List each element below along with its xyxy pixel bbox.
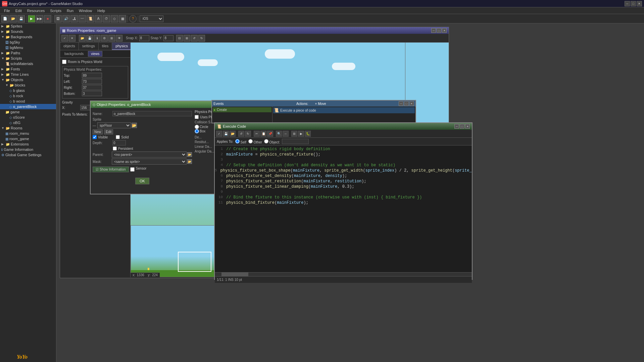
sound-button[interactable]: 🔊 (62, 15, 70, 22)
tab-tiles[interactable]: tiles (99, 43, 112, 50)
bottom-input[interactable] (82, 91, 102, 96)
tab-objects[interactable]: objects (60, 43, 79, 50)
menu-help[interactable]: Help (95, 8, 108, 13)
mask-select[interactable]: <same as sprite> (112, 159, 187, 165)
exec-run[interactable]: ▶ (298, 131, 304, 137)
tree-timelines[interactable]: ▶ 📁 Time Lines (0, 72, 56, 77)
sensor-checkbox[interactable] (130, 167, 135, 172)
exec-grid[interactable]: ⊞ (291, 131, 297, 137)
menu-file[interactable]: File (1, 8, 13, 13)
tree-objects[interactable]: ▼ 📂 Objects (0, 77, 56, 82)
tree-bgsky[interactable]: 🖼 bgSky (0, 40, 56, 45)
visible-checkbox[interactable] (93, 135, 97, 139)
menu-resources[interactable]: Resources (24, 8, 48, 13)
exec-redo[interactable]: ↻ (245, 131, 251, 137)
tree-scripts[interactable]: ▼ 📂 Scripts (0, 56, 56, 61)
tree-room-menu[interactable]: ▦ room_menu (0, 131, 56, 136)
save-button[interactable]: 💾 (17, 15, 25, 22)
tree-game[interactable]: 📁 game (0, 109, 56, 115)
parent-browse-btn[interactable]: 📂 (187, 152, 192, 157)
tree-blocks[interactable]: ▼ 📂 blocks (0, 82, 56, 88)
sprite-select[interactable]: sprFloor (97, 122, 131, 128)
room-button[interactable]: ▦ (119, 15, 126, 22)
help-button[interactable]: ? (129, 15, 137, 22)
menu-edit[interactable]: Edit (13, 8, 24, 13)
exec-replace[interactable]: ↔ (283, 131, 289, 137)
tree-paths[interactable]: ▶ 📁 Paths (0, 50, 56, 56)
menu-scripts[interactable]: Scripts (47, 8, 64, 13)
room-physics-checkbox[interactable] (62, 60, 66, 64)
tree-sounds[interactable]: ▶ 📁 Sounds (0, 29, 56, 34)
platform-select[interactable]: iOS Windows Android (140, 15, 163, 22)
exec-scrollbar[interactable] (215, 272, 472, 276)
circle-radio[interactable] (195, 125, 199, 129)
exec-check[interactable]: ✓ (216, 131, 222, 137)
script-button[interactable]: 📜 (87, 15, 94, 22)
tree-sprites[interactable]: ▶ 📁 Sprites (0, 23, 56, 29)
self-radio[interactable] (235, 139, 240, 143)
execute-action-item[interactable]: 📜 Execute a piece of code (273, 107, 415, 113)
tab-settings[interactable]: settings (79, 43, 99, 50)
other-radio[interactable] (248, 139, 253, 143)
room-info-btn[interactable]: ℹ (94, 35, 100, 42)
tree-brock[interactable]: ◇ b rock (0, 93, 56, 99)
exec-copy[interactable]: 📋 (260, 131, 266, 137)
tree-obg[interactable]: ◇ oBG (0, 120, 56, 125)
tree-global-game-settings[interactable]: ⚙ Global Game Settings (0, 152, 56, 158)
solid-checkbox[interactable] (116, 135, 120, 139)
tree-sclramaterials[interactable]: 📜 sclraMaterials (0, 61, 56, 66)
minimize-button[interactable]: ─ (625, 1, 630, 6)
create-event-item[interactable]: ● Create (213, 107, 271, 112)
mask-browse-btn[interactable]: 📂 (187, 159, 192, 164)
sprite-button[interactable]: 🖼 (54, 15, 62, 22)
exec-open[interactable]: 📂 (230, 131, 236, 137)
path-button[interactable]: 〰 (79, 15, 86, 22)
tree-oparentblock[interactable]: ◇ o_parentBlock (0, 104, 56, 109)
room-grid-snap[interactable]: ⊞ (184, 35, 190, 42)
events-close[interactable]: ✕ (409, 101, 414, 106)
subtab-backgrounds[interactable]: backgrounds (61, 51, 87, 57)
tree-rooms[interactable]: ▼ 📂 Rooms (0, 125, 56, 131)
exec-paste[interactable]: 📌 (267, 131, 273, 137)
events-max[interactable]: □ (404, 101, 409, 106)
room-settings-btn[interactable]: ⚙ (101, 35, 108, 42)
room-undo[interactable]: ↺ (191, 35, 198, 42)
close-button[interactable]: ✕ (637, 1, 642, 6)
tl-button[interactable]: ⏱ (103, 15, 110, 22)
box-radio[interactable] (195, 129, 199, 133)
room-grid-btn[interactable]: ⊞ (108, 35, 115, 42)
depth-input[interactable] (112, 140, 126, 145)
exec-min-btn[interactable]: ─ (454, 124, 459, 129)
room-close-btn[interactable]: ✕ (442, 28, 447, 33)
show-info-btn[interactable]: ☑ Show Information (93, 167, 129, 172)
room-save-btn[interactable]: 💾 (86, 35, 93, 42)
new-sprite-btn[interactable]: New (93, 129, 103, 134)
object-input[interactable] (282, 139, 309, 144)
room-eye-btn[interactable]: 👁 (116, 35, 122, 42)
obj-button[interactable]: ◇ (111, 15, 118, 22)
subtab-views[interactable]: views (88, 51, 102, 57)
ok-button[interactable]: OK (135, 178, 149, 184)
sprite-browse-btn[interactable]: 📂 (132, 123, 137, 128)
exec-find[interactable]: 🔍 (276, 131, 282, 137)
top-input[interactable] (82, 73, 102, 78)
edit-sprite-btn[interactable]: Edit (104, 129, 113, 134)
name-input[interactable] (112, 111, 192, 116)
menu-run[interactable]: Run (64, 8, 76, 13)
tree-backgrounds[interactable]: ▼ 📂 Backgrounds (0, 34, 56, 40)
tree-extensions[interactable]: ▶ 📁 Extensions (0, 141, 56, 147)
tree-fonts[interactable]: ▶ 📁 Fonts (0, 66, 56, 72)
stop-button[interactable]: ■ (44, 15, 51, 22)
exec-save[interactable]: 💾 (223, 131, 229, 137)
bg-button[interactable]: 🏞 (70, 15, 78, 22)
tree-room-game[interactable]: ▦ room_game (0, 136, 56, 141)
events-min[interactable]: ─ (399, 101, 403, 106)
debug-button[interactable]: ▶▶ (36, 15, 43, 22)
room-max-btn[interactable]: □ (437, 28, 441, 33)
open-button[interactable]: 📂 (9, 15, 17, 22)
room-check-btn[interactable]: ✓ (61, 35, 68, 42)
run-button[interactable]: ▶ (28, 15, 35, 22)
parent-select[interactable]: <no parent> (112, 152, 187, 158)
snap-x-input[interactable] (139, 35, 149, 41)
left-input[interactable] (82, 79, 102, 84)
